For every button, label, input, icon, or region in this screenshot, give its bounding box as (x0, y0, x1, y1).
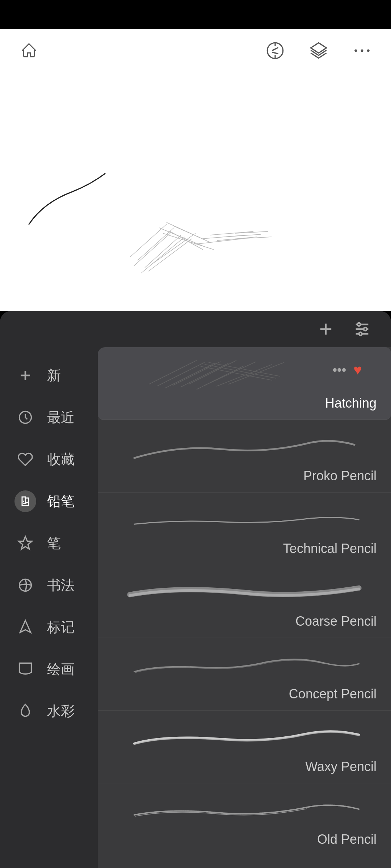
sidebar-label-pen: 笔 (47, 534, 61, 553)
svg-line-24 (217, 237, 257, 241)
sidebar-item-recent[interactable]: 最近 (0, 396, 98, 438)
top-toolbar (0, 29, 391, 72)
sidebar-item-calligraphy[interactable]: 书法 (0, 564, 98, 606)
brush-item-old[interactable]: Old Pencil (98, 783, 391, 856)
sidebar-label-marker: 标记 (47, 618, 75, 637)
cloth-preview (112, 863, 377, 868)
canvas-area[interactable] (0, 72, 391, 311)
brush-item-proko[interactable]: Proko Pencil (98, 420, 391, 493)
brush-name-proko: Proko Pencil (112, 467, 377, 486)
svg-point-35 (359, 332, 362, 336)
more-icon[interactable] (351, 40, 373, 61)
more-button[interactable]: ••• (332, 362, 346, 378)
bottom-panel: 新 最近 收藏 (0, 311, 391, 868)
svg-marker-39 (25, 498, 29, 502)
svg-line-22 (196, 239, 243, 244)
brush-name-old: Old Pencil (112, 830, 377, 850)
svg-point-34 (363, 328, 367, 331)
sidebar-label-pencil: 铅笔 (47, 492, 75, 511)
sidebar-label-painting: 绘画 (47, 660, 75, 678)
status-bar (0, 0, 391, 29)
pencil-icon (14, 490, 36, 512)
svg-line-48 (181, 363, 228, 387)
svg-point-33 (357, 323, 361, 326)
svg-line-12 (141, 237, 185, 273)
svg-line-49 (189, 361, 236, 384)
hatching-preview: ••• ♥ (112, 354, 377, 394)
compass-icon[interactable] (264, 40, 286, 61)
brush-name-concept: Concept Pencil (112, 685, 377, 705)
brush-name-waxy: Waxy Pencil (112, 758, 377, 777)
technical-preview (112, 500, 377, 540)
brush-actions: ••• ♥ (332, 362, 362, 378)
pen-icon (14, 532, 36, 554)
sidebar: 新 最近 收藏 (0, 347, 98, 868)
brush-item-hatching[interactable]: ••• ♥ (98, 347, 391, 420)
brush-item-technical[interactable]: Technical Pencil (98, 493, 391, 565)
svg-line-15 (152, 233, 196, 264)
svg-marker-42 (19, 537, 32, 549)
brush-item-coarse[interactable]: Coarse Pencil (98, 565, 391, 638)
brush-name-coarse: Coarse Pencil (112, 612, 377, 632)
svg-line-4 (272, 52, 278, 54)
sidebar-label-recent: 最近 (47, 408, 75, 427)
svg-line-55 (205, 365, 276, 379)
sidebar-label-favorites: 收藏 (47, 450, 75, 469)
proko-preview (112, 427, 377, 467)
svg-line-45 (157, 362, 205, 386)
panel-header (0, 311, 391, 347)
brush-name-hatching: Hatching (112, 394, 377, 414)
sidebar-item-painting[interactable]: 绘画 (0, 648, 98, 690)
brush-item-waxy[interactable]: Waxy Pencil (98, 711, 391, 783)
sidebar-label-calligraphy: 书法 (47, 576, 75, 595)
svg-line-14 (148, 239, 192, 271)
layers-icon[interactable] (308, 40, 329, 61)
sidebar-label-new: 新 (47, 366, 61, 385)
svg-line-51 (197, 366, 244, 390)
sidebar-item-marker[interactable]: 标记 (0, 606, 98, 648)
svg-line-50 (149, 361, 197, 384)
sidebar-item-new[interactable]: 新 (0, 354, 98, 396)
recent-icon (14, 407, 36, 428)
svg-line-47 (173, 362, 220, 386)
svg-line-25 (224, 234, 261, 237)
calligraphy-icon (14, 574, 36, 596)
svg-marker-44 (20, 621, 30, 633)
favorite-button[interactable]: ♥ (353, 362, 362, 378)
brush-name-technical: Technical Pencil (112, 540, 377, 559)
concept-preview (112, 645, 377, 685)
sidebar-label-watercolor: 水彩 (47, 702, 75, 720)
painting-icon (14, 658, 36, 680)
marker-icon (14, 616, 36, 638)
sidebar-item-pencil[interactable]: 铅笔 (0, 480, 98, 522)
svg-point-8 (367, 50, 370, 52)
old-preview (112, 791, 377, 830)
add-brush-button[interactable] (315, 318, 337, 340)
plus-icon (14, 365, 36, 386)
svg-line-46 (165, 365, 213, 388)
sidebar-item-favorites[interactable]: 收藏 (0, 438, 98, 480)
heart-icon (14, 448, 36, 470)
svg-line-3 (272, 47, 278, 51)
svg-point-7 (361, 50, 363, 52)
watercolor-icon (14, 700, 36, 722)
home-button[interactable] (18, 40, 40, 61)
svg-line-11 (130, 224, 167, 257)
svg-line-56 (209, 362, 280, 376)
svg-point-6 (354, 50, 357, 52)
brush-item-cloth[interactable]: Cloth Shader (98, 856, 391, 868)
brush-list: ••• ♥ (98, 347, 391, 868)
sidebar-item-watercolor[interactable]: 水彩 (0, 690, 98, 732)
coarse-preview (112, 573, 377, 612)
svg-line-9 (138, 228, 174, 260)
waxy-preview (112, 718, 377, 758)
sidebar-item-pen[interactable]: 笔 (0, 522, 98, 564)
panel-body: 新 最近 收藏 (0, 347, 391, 868)
adjust-button[interactable] (351, 318, 373, 340)
svg-line-23 (210, 231, 253, 235)
brush-item-concept[interactable]: Concept Pencil (98, 638, 391, 711)
